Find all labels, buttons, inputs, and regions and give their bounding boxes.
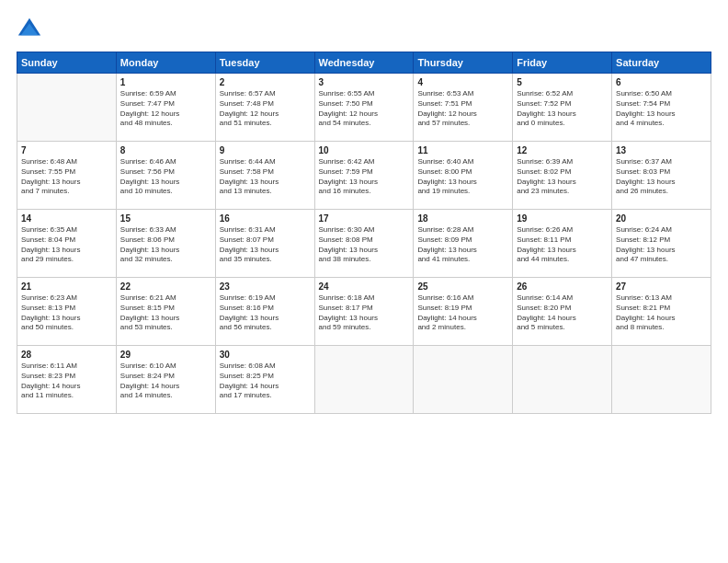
logo	[17, 17, 46, 42]
cell-info: Sunrise: 6:50 AM Sunset: 7:54 PM Dayligh…	[616, 89, 707, 129]
day-number: 30	[220, 350, 311, 360]
day-number: 2	[220, 77, 311, 87]
day-number: 18	[417, 213, 508, 224]
cell-info: Sunrise: 6:37 AM Sunset: 8:03 PM Dayligh…	[616, 157, 707, 197]
cell-info: Sunrise: 6:42 AM Sunset: 7:59 PM Dayligh…	[319, 157, 410, 197]
cell-info: Sunrise: 6:52 AM Sunset: 7:52 PM Dayligh…	[517, 89, 608, 129]
day-number: 17	[319, 213, 410, 224]
calendar-cell: 15Sunrise: 6:33 AM Sunset: 8:06 PM Dayli…	[116, 210, 215, 278]
calendar-cell: 19Sunrise: 6:26 AM Sunset: 8:11 PM Dayli…	[513, 210, 612, 278]
calendar-cell	[17, 74, 117, 142]
calendar-cell: 22Sunrise: 6:21 AM Sunset: 8:15 PM Dayli…	[116, 278, 215, 346]
col-header-saturday: Saturday	[612, 52, 711, 74]
week-row-5: 28Sunrise: 6:11 AM Sunset: 8:23 PM Dayli…	[17, 346, 711, 414]
calendar-cell: 29Sunrise: 6:10 AM Sunset: 8:24 PM Dayli…	[116, 346, 215, 414]
cell-info: Sunrise: 6:55 AM Sunset: 7:50 PM Dayligh…	[319, 89, 410, 129]
calendar-cell: 3Sunrise: 6:55 AM Sunset: 7:50 PM Daylig…	[314, 74, 414, 142]
calendar-cell: 25Sunrise: 6:16 AM Sunset: 8:19 PM Dayli…	[414, 278, 513, 346]
day-number: 7	[21, 145, 112, 155]
calendar-cell: 24Sunrise: 6:18 AM Sunset: 8:17 PM Dayli…	[314, 278, 414, 346]
day-number: 27	[616, 282, 707, 292]
day-number: 24	[319, 282, 410, 292]
week-row-2: 7Sunrise: 6:48 AM Sunset: 7:55 PM Daylig…	[17, 142, 711, 210]
cell-info: Sunrise: 6:44 AM Sunset: 7:58 PM Dayligh…	[220, 157, 311, 197]
day-number: 9	[220, 145, 311, 155]
calendar-cell: 8Sunrise: 6:46 AM Sunset: 7:56 PM Daylig…	[116, 142, 215, 210]
page: SundayMondayTuesdayWednesdayThursdayFrid…	[0, 0, 728, 563]
week-row-3: 14Sunrise: 6:35 AM Sunset: 8:04 PM Dayli…	[17, 210, 711, 278]
day-number: 26	[517, 282, 608, 292]
calendar-cell: 4Sunrise: 6:53 AM Sunset: 7:51 PM Daylig…	[414, 74, 513, 142]
day-number: 10	[319, 145, 410, 155]
calendar-cell: 12Sunrise: 6:39 AM Sunset: 8:02 PM Dayli…	[513, 142, 612, 210]
calendar-cell: 23Sunrise: 6:19 AM Sunset: 8:16 PM Dayli…	[215, 278, 314, 346]
calendar-cell: 5Sunrise: 6:52 AM Sunset: 7:52 PM Daylig…	[513, 74, 612, 142]
cell-info: Sunrise: 6:40 AM Sunset: 8:00 PM Dayligh…	[417, 157, 508, 197]
day-number: 23	[220, 282, 311, 292]
col-header-tuesday: Tuesday	[215, 52, 314, 74]
calendar-cell: 17Sunrise: 6:30 AM Sunset: 8:08 PM Dayli…	[314, 210, 414, 278]
header-row: SundayMondayTuesdayWednesdayThursdayFrid…	[17, 52, 711, 74]
day-number: 15	[120, 213, 211, 224]
cell-info: Sunrise: 6:30 AM Sunset: 8:08 PM Dayligh…	[319, 225, 410, 265]
calendar-cell: 9Sunrise: 6:44 AM Sunset: 7:58 PM Daylig…	[215, 142, 314, 210]
col-header-sunday: Sunday	[17, 52, 117, 74]
day-number: 11	[417, 145, 508, 155]
calendar-cell: 11Sunrise: 6:40 AM Sunset: 8:00 PM Dayli…	[414, 142, 513, 210]
calendar-cell	[314, 346, 414, 414]
day-number: 19	[517, 213, 608, 224]
col-header-monday: Monday	[116, 52, 215, 74]
cell-info: Sunrise: 6:48 AM Sunset: 7:55 PM Dayligh…	[21, 157, 112, 197]
calendar-cell	[612, 346, 711, 414]
day-number: 8	[120, 145, 211, 155]
calendar-cell: 10Sunrise: 6:42 AM Sunset: 7:59 PM Dayli…	[314, 142, 414, 210]
day-number: 3	[319, 77, 410, 87]
day-number: 29	[120, 350, 211, 360]
day-number: 1	[120, 77, 211, 87]
day-number: 25	[417, 282, 508, 292]
week-row-4: 21Sunrise: 6:23 AM Sunset: 8:13 PM Dayli…	[17, 278, 711, 346]
col-header-friday: Friday	[513, 52, 612, 74]
day-number: 13	[616, 145, 707, 155]
col-header-wednesday: Wednesday	[314, 52, 414, 74]
calendar-cell: 26Sunrise: 6:14 AM Sunset: 8:20 PM Dayli…	[513, 278, 612, 346]
cell-info: Sunrise: 6:16 AM Sunset: 8:19 PM Dayligh…	[417, 293, 508, 333]
week-row-1: 1Sunrise: 6:59 AM Sunset: 7:47 PM Daylig…	[17, 74, 711, 142]
calendar-cell: 27Sunrise: 6:13 AM Sunset: 8:21 PM Dayli…	[612, 278, 711, 346]
day-number: 28	[21, 350, 112, 360]
cell-info: Sunrise: 6:21 AM Sunset: 8:15 PM Dayligh…	[120, 293, 211, 333]
cell-info: Sunrise: 6:57 AM Sunset: 7:48 PM Dayligh…	[220, 89, 311, 129]
cell-info: Sunrise: 6:23 AM Sunset: 8:13 PM Dayligh…	[21, 293, 112, 333]
calendar-cell: 1Sunrise: 6:59 AM Sunset: 7:47 PM Daylig…	[116, 74, 215, 142]
calendar-cell: 30Sunrise: 6:08 AM Sunset: 8:25 PM Dayli…	[215, 346, 314, 414]
calendar-table: SundayMondayTuesdayWednesdayThursdayFrid…	[17, 52, 711, 414]
calendar-cell: 13Sunrise: 6:37 AM Sunset: 8:03 PM Dayli…	[612, 142, 711, 210]
cell-info: Sunrise: 6:33 AM Sunset: 8:06 PM Dayligh…	[120, 225, 211, 265]
cell-info: Sunrise: 6:11 AM Sunset: 8:23 PM Dayligh…	[21, 362, 112, 401]
day-number: 21	[21, 282, 112, 292]
cell-info: Sunrise: 6:10 AM Sunset: 8:24 PM Dayligh…	[120, 362, 211, 401]
calendar-cell: 18Sunrise: 6:28 AM Sunset: 8:09 PM Dayli…	[414, 210, 513, 278]
calendar-cell: 16Sunrise: 6:31 AM Sunset: 8:07 PM Dayli…	[215, 210, 314, 278]
cell-info: Sunrise: 6:39 AM Sunset: 8:02 PM Dayligh…	[517, 157, 608, 197]
calendar-cell: 7Sunrise: 6:48 AM Sunset: 7:55 PM Daylig…	[17, 142, 117, 210]
calendar-cell: 2Sunrise: 6:57 AM Sunset: 7:48 PM Daylig…	[215, 74, 314, 142]
calendar-cell: 28Sunrise: 6:11 AM Sunset: 8:23 PM Dayli…	[17, 346, 117, 414]
day-number: 22	[120, 282, 211, 292]
calendar-cell: 6Sunrise: 6:50 AM Sunset: 7:54 PM Daylig…	[612, 74, 711, 142]
header	[17, 17, 711, 42]
col-header-thursday: Thursday	[414, 52, 513, 74]
cell-info: Sunrise: 6:26 AM Sunset: 8:11 PM Dayligh…	[517, 225, 608, 265]
day-number: 16	[220, 213, 311, 224]
calendar-cell	[513, 346, 612, 414]
cell-info: Sunrise: 6:59 AM Sunset: 7:47 PM Dayligh…	[120, 89, 211, 129]
day-number: 20	[616, 213, 707, 224]
cell-info: Sunrise: 6:35 AM Sunset: 8:04 PM Dayligh…	[21, 225, 112, 265]
cell-info: Sunrise: 6:19 AM Sunset: 8:16 PM Dayligh…	[220, 293, 311, 333]
cell-info: Sunrise: 6:13 AM Sunset: 8:21 PM Dayligh…	[616, 293, 707, 333]
cell-info: Sunrise: 6:31 AM Sunset: 8:07 PM Dayligh…	[220, 225, 311, 265]
logo-icon	[17, 17, 42, 42]
cell-info: Sunrise: 6:28 AM Sunset: 8:09 PM Dayligh…	[417, 225, 508, 265]
day-number: 6	[616, 77, 707, 87]
calendar-cell: 14Sunrise: 6:35 AM Sunset: 8:04 PM Dayli…	[17, 210, 117, 278]
